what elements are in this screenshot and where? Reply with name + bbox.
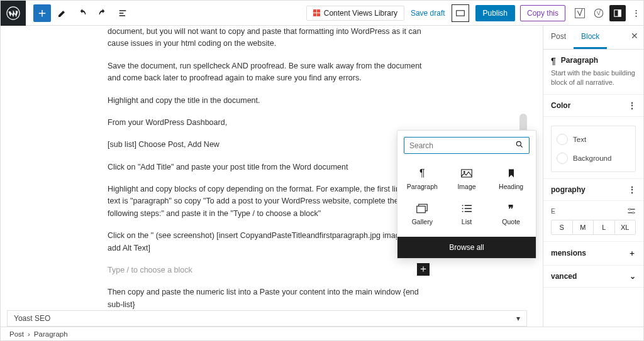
placeholder-text: Type / to choose a block [108,266,192,274]
inserter-quote[interactable]: ❞Quote [490,198,532,230]
more-options-icon[interactable]: ⋮ [628,8,643,18]
settings-sidebar-toggle[interactable] [609,5,626,21]
block-description: ¶ Paragraph Start with the basic buildin… [543,50,643,95]
background-color-option[interactable]: Background [557,149,630,168]
settings-sidebar: Post Block ✕ ¶ Paragraph Start with the … [543,26,643,328]
breadcrumb-post[interactable]: Post [9,330,24,338]
size-xl[interactable]: XL [615,220,636,234]
chevron-right-icon: › [28,330,30,338]
size-s[interactable]: S [552,220,573,234]
svg-rect-5 [618,9,621,16]
close-icon[interactable]: ✕ [631,31,638,41]
save-draft-link[interactable]: Save draft [411,9,445,18]
redo-icon[interactable] [94,4,111,22]
list-icon [462,203,472,214]
block-name: Paragraph [561,56,598,66]
publish-button[interactable]: Publish [475,5,515,21]
heading-icon [507,168,516,179]
block-inserter-popup: ¶Paragraph Image Heading Gallery List ❞Q… [397,130,536,259]
breadcrumb-block[interactable]: Paragraph [34,330,68,338]
plus-icon[interactable]: ＋ [628,248,636,259]
svg-point-11 [629,208,631,210]
inserter-heading[interactable]: Heading [490,163,532,195]
svg-point-8 [464,171,465,173]
more-icon[interactable]: ⋮ [628,101,636,110]
top-toolbar: ＋ Content Views Library Save draft Publi… [1,1,643,26]
edit-icon[interactable] [53,4,71,22]
svg-rect-7 [462,170,472,177]
chevron-down-icon: ▾ [516,314,520,323]
dimensions-panel[interactable]: mensions ＋ [543,242,643,266]
tab-post[interactable]: Post [543,26,574,49]
typography-panel[interactable]: pography ⋮ [543,179,643,201]
svg-rect-1 [456,10,464,15]
inserter-paragraph[interactable]: ¶Paragraph [401,163,443,195]
quote-icon: ❞ [508,203,514,214]
yoast-meta-box[interactable]: Yoast SEO ▾ [7,310,527,327]
advanced-panel[interactable]: vanced ⌄ [543,266,643,288]
content-views-label: Content Views Library [324,9,397,18]
content-views-button[interactable]: Content Views Library [306,6,404,21]
paragraph-icon: ¶ [551,56,556,66]
color-panel[interactable]: Color ⋮ [543,95,643,117]
inserter-search[interactable] [404,137,530,154]
paragraph-block[interactable]: Click on "Add Title" and paste your post… [108,161,426,173]
gallery-icon [416,203,428,214]
paragraph-block[interactable]: Then copy and paste the numeric list int… [108,286,426,311]
paragraph-block[interactable]: From your WordPress Dashboard, [108,117,426,129]
svg-point-3 [594,9,603,18]
inserter-gallery[interactable]: Gallery [401,198,443,230]
block-desc: Start with the basic building block of a… [551,68,636,88]
paragraph-block[interactable]: Click on the " (see screenshot) [insert … [108,230,426,254]
chevron-down-icon: ⌄ [630,272,636,281]
tab-block[interactable]: Block [574,26,607,49]
text-color-option[interactable]: Text [557,130,630,149]
yoast-icon[interactable] [572,5,588,21]
font-size-picker[interactable]: S M L XL [551,220,636,235]
copy-this-button[interactable]: Copy this [520,5,565,21]
paragraph-block[interactable]: Highlight and copy blocks of copy depend… [108,183,426,220]
preview-button[interactable] [452,4,469,22]
browse-all-button[interactable]: Browse all [397,237,536,258]
document-outline-icon[interactable] [114,4,131,22]
grid-icon [313,9,320,16]
inserter-image[interactable]: Image [446,163,488,195]
wordpress-logo[interactable] [1,1,26,26]
paragraph-block[interactable]: [sub list] Choose Post, Add New [108,139,426,151]
undo-icon[interactable] [74,4,91,22]
paragraph-block[interactable]: Save the document, run spellcheck AND pr… [108,60,426,85]
paragraph-block[interactable]: Highlight and copy the title in the docu… [108,95,426,107]
size-m[interactable]: M [573,220,594,234]
inserter-list[interactable]: List [446,198,488,230]
search-input[interactable] [409,141,515,150]
paragraph-block[interactable]: document, but you will not want to copy … [108,26,426,50]
inline-inserter-button[interactable]: ＋ [417,263,430,276]
svg-rect-10 [417,206,426,213]
svg-rect-2 [575,8,585,18]
sidebar-tabs: Post Block ✕ [543,26,643,50]
image-icon [461,168,472,179]
block-breadcrumb: Post › Paragraph [1,327,643,340]
yoast-label: Yoast SEO [14,314,50,323]
plugin-icon[interactable] [591,5,607,21]
more-icon[interactable]: ⋮ [628,185,636,194]
color-swatch-icon [557,153,568,164]
svg-point-6 [516,141,521,146]
svg-point-12 [632,212,634,214]
paragraph-icon: ¶ [419,168,425,179]
add-block-button[interactable]: ＋ [33,4,51,22]
size-label: E [551,207,555,216]
search-icon [515,140,524,151]
size-l[interactable]: L [594,220,615,234]
color-swatch-icon [557,134,568,145]
settings-icon[interactable] [627,207,636,216]
empty-block-placeholder[interactable]: Type / to choose a block ＋ [108,264,426,276]
